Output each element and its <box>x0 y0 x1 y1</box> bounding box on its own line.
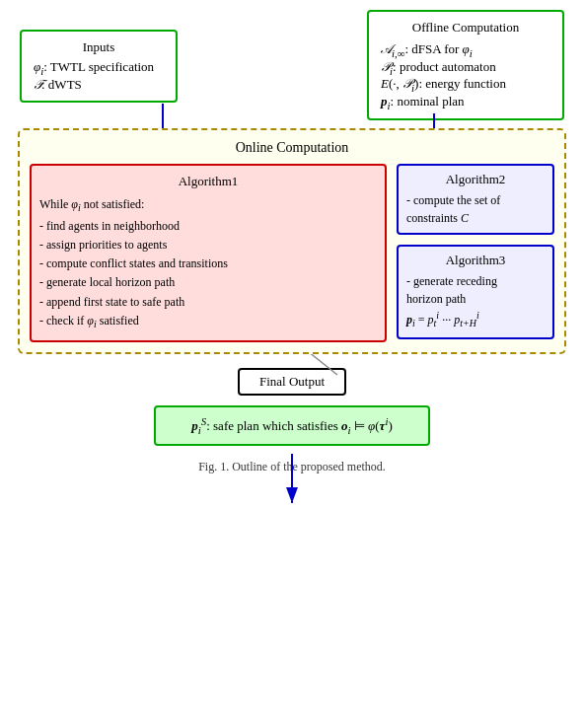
offline-title: Offline Computation <box>381 20 550 36</box>
offline-line2: 𝒫i: product automaton <box>381 59 550 77</box>
offline-line3: E(·, 𝒫i): energy function <box>381 76 550 94</box>
algo1-line6: - check if φi satisfied <box>39 312 377 332</box>
inputs-title: Inputs <box>34 39 164 55</box>
right-algos: Algorithm2 - compute the set of constrai… <box>397 164 554 338</box>
offline-box: Offline Computation 𝒜i,∞: dFSA for φi 𝒫i… <box>367 10 564 120</box>
inputs-box: Inputs φi: TWTL specification 𝒯: dWTS <box>20 30 178 103</box>
online-inner: Algorithm1 While φi not satisfied: - fin… <box>30 164 554 342</box>
top-section: Inputs φi: TWTL specification 𝒯: dWTS Of… <box>10 10 574 120</box>
inputs-line1: φi: TWTL specification <box>34 59 164 77</box>
algo1-line5: - append first state to safe path <box>39 293 377 312</box>
algo2-line2: constraints C <box>406 209 545 227</box>
algo3-box: Algorithm3 - generate receding horizon p… <box>397 245 554 338</box>
algo2-box: Algorithm2 - compute the set of constrai… <box>397 164 554 235</box>
algo3-content: - generate receding horizon path pi = pt… <box>406 272 545 330</box>
online-section: Online Computation Algorithm1 While φi n… <box>18 128 566 354</box>
offline-line1: 𝒜i,∞: dFSA for φi <box>381 41 550 59</box>
final-output-label: Final Output <box>238 368 346 396</box>
algo3-line1: - generate receding <box>406 272 545 290</box>
algo2-title: Algorithm2 <box>406 172 545 187</box>
algo1-line2: - assign priorities to agents <box>39 236 377 255</box>
diagram-container: Inputs φi: TWTL specification 𝒯: dWTS Of… <box>0 0 584 728</box>
final-output-box: piS: safe plan which satisfies oi ⊨ φ(τi… <box>154 405 430 446</box>
algo1-content: While φi not satisfied: - find agents in… <box>39 195 377 332</box>
algo3-title: Algorithm3 <box>406 253 545 268</box>
algo1-line0: While φi not satisfied: <box>39 195 377 216</box>
algo3-line3: pi = pti ··· pt+Hi <box>406 308 545 330</box>
fig-caption: Fig. 1. Outline of the proposed method. <box>10 460 574 474</box>
final-section: Final Output piS: safe plan which satisf… <box>10 368 574 446</box>
algo2-line1: - compute the set of <box>406 191 545 209</box>
algo1-box: Algorithm1 While φi not satisfied: - fin… <box>30 164 387 342</box>
algo2-content: - compute the set of constraints C <box>406 191 545 227</box>
algo1-line4: - generate local horizon path <box>39 273 377 292</box>
algo3-line2: horizon path <box>406 290 545 308</box>
offline-line4: pi: nominal plan <box>381 94 550 111</box>
algo1-line1: - find agents in neighborhood <box>39 217 377 236</box>
algo1-title: Algorithm1 <box>39 174 377 189</box>
algo1-line3: - compute conflict states and transition… <box>39 255 377 273</box>
online-title: Online Computation <box>30 140 554 156</box>
inputs-line2: 𝒯: dWTS <box>34 77 164 93</box>
